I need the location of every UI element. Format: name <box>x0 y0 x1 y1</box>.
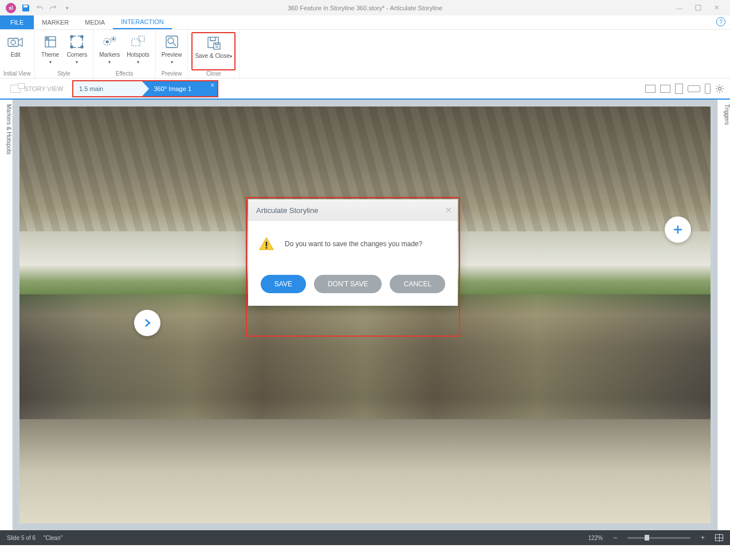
ribbon-tabs: FILE MARKER MEDIA INTERACTION ? <box>0 15 730 30</box>
svg-point-19 <box>719 87 721 90</box>
dropdown-caret-icon: ▾ <box>76 60 78 65</box>
tab-marker[interactable]: MARKER <box>34 15 77 29</box>
zoom-out-button[interactable]: − <box>611 534 619 542</box>
dialog-message: Do you want to save the changes you made… <box>285 240 422 248</box>
dialog-titlebar: Articulate Storyline ✕ <box>248 199 458 221</box>
ribbon-group-preview: Preview▾ Preview <box>156 30 189 78</box>
dropdown-caret-icon: ▾ <box>171 60 173 65</box>
svg-rect-21 <box>266 247 268 249</box>
ribbon-group-initial-view: Edit Initial View <box>0 30 35 78</box>
camera-icon <box>7 33 24 50</box>
canvas-360-image[interactable]: Articulate Storyline ✕ Do you want to sa… <box>19 107 711 523</box>
nav-arrow-marker[interactable] <box>134 310 160 336</box>
svg-rect-4 <box>46 38 48 39</box>
tab-file[interactable]: FILE <box>0 15 34 29</box>
svg-point-8 <box>81 46 83 48</box>
add-marker-button[interactable] <box>665 216 691 243</box>
breadcrumb-slide[interactable]: 1.5 main <box>73 81 142 96</box>
dropdown-caret-icon: ▾ <box>137 60 139 65</box>
save-changes-dialog: Articulate Storyline ✕ Do you want to sa… <box>248 199 458 306</box>
canvas-wrap: Articulate Storyline ✕ Do you want to sa… <box>13 100 717 530</box>
phone-landscape-icon[interactable] <box>688 85 700 92</box>
close-window-button[interactable]: ✕ <box>708 2 724 14</box>
dont-save-button[interactable]: DON'T SAVE <box>314 275 382 293</box>
ribbon-group-effects: Markers▾ Hotspots▾ Effects <box>93 30 156 78</box>
corners-button[interactable]: Corners▾ <box>65 32 90 70</box>
zoom-slider[interactable] <box>627 537 690 539</box>
desktop-icon[interactable] <box>645 85 656 93</box>
fit-to-window-button[interactable] <box>715 534 723 541</box>
svg-point-2 <box>11 40 15 45</box>
dropdown-caret-icon: ▾ <box>49 60 52 65</box>
window-title: 360 Feature in Storyline 360.story* - Ar… <box>288 5 442 11</box>
markers-button[interactable]: Markers▾ <box>97 32 122 70</box>
slide-indicator: Slide 5 of 6 <box>7 535 36 541</box>
qat-customize-icon[interactable]: ▾ <box>61 2 73 14</box>
svg-point-16 <box>168 38 174 44</box>
device-preview-controls <box>645 84 724 94</box>
svg-point-10 <box>106 41 108 43</box>
zoom-in-button[interactable]: + <box>698 534 707 542</box>
title-bar: sl ▾ 360 Feature in Storyline 360.story*… <box>0 0 730 15</box>
svg-rect-18 <box>214 43 220 49</box>
workspace: Markers & Hotspots Articulate Storyline … <box>0 100 730 530</box>
svg-point-12 <box>113 38 115 40</box>
save-icon[interactable] <box>19 2 32 14</box>
redo-icon[interactable] <box>47 2 60 14</box>
breadcrumb-bar: STORY VIEW 1.5 main 360° Image 1 ✕ <box>0 78 730 100</box>
breadcrumb-highlight: 1.5 main 360° Image 1 ✕ <box>72 80 218 97</box>
svg-point-5 <box>70 36 73 38</box>
preview-button[interactable]: Preview▾ <box>159 32 185 70</box>
svg-point-7 <box>70 46 73 48</box>
corners-icon <box>68 33 85 50</box>
hotspots-button[interactable]: Hotspots▾ <box>124 32 151 70</box>
tablet-landscape-icon[interactable] <box>660 85 670 93</box>
dialog-buttons: SAVE DON'T SAVE CANCEL <box>248 267 458 306</box>
ribbon: Edit Initial View Theme▾ Corners▾ Style <box>0 30 730 78</box>
tab-interaction[interactable]: INTERACTION <box>113 15 172 29</box>
help-icon[interactable]: ? <box>716 17 725 26</box>
app-logo-icon: sl <box>6 3 16 13</box>
warning-icon <box>258 236 274 252</box>
minimize-button[interactable]: — <box>672 2 688 14</box>
close-icon[interactable]: ✕ <box>210 82 215 88</box>
theme-button[interactable]: Theme▾ <box>38 32 62 70</box>
markers-icon <box>101 33 118 50</box>
svg-rect-0 <box>696 5 701 10</box>
zoom-percent: 122% <box>588 535 603 541</box>
undo-icon[interactable] <box>33 2 46 14</box>
markers-hotspots-panel-tab[interactable]: Markers & Hotspots <box>0 100 13 530</box>
story-view-button[interactable]: STORY VIEW <box>0 85 69 93</box>
phone-portrait-icon[interactable] <box>705 84 711 94</box>
preview-icon <box>163 33 180 50</box>
tab-media[interactable]: MEDIA <box>77 15 113 29</box>
dialog-close-icon[interactable]: ✕ <box>445 206 452 215</box>
theme-icon <box>42 33 59 50</box>
office-floor <box>19 419 711 523</box>
hotspots-icon <box>129 33 147 50</box>
save-button[interactable]: SAVE <box>261 275 306 293</box>
quick-access-toolbar: ▾ <box>19 2 73 14</box>
svg-rect-20 <box>266 242 268 246</box>
edit-button[interactable]: Edit <box>3 32 28 70</box>
save-and-close-button[interactable]: Save & Close▾ <box>191 32 236 70</box>
maximize-button[interactable] <box>690 2 706 14</box>
dialog-body: Do you want to save the changes you made… <box>248 221 458 267</box>
layout-name: "Clean" <box>44 535 62 541</box>
cancel-button[interactable]: CANCEL <box>390 275 445 293</box>
triggers-panel-tab[interactable]: Triggers <box>717 100 730 530</box>
save-close-icon <box>205 34 222 52</box>
dropdown-caret-icon: ▾ <box>230 54 232 59</box>
ribbon-group-close: Save & Close▾ Close <box>188 30 240 78</box>
status-bar: Slide 5 of 6 "Clean" 122% − + <box>0 530 730 545</box>
breadcrumb-360-image[interactable]: 360° Image 1 ✕ <box>142 81 217 96</box>
svg-point-6 <box>81 36 83 38</box>
ribbon-group-style: Theme▾ Corners▾ Style <box>35 30 94 78</box>
tablet-portrait-icon[interactable] <box>675 84 683 94</box>
dropdown-caret-icon: ▾ <box>108 60 111 65</box>
svg-rect-1 <box>8 38 18 46</box>
story-view-icon <box>10 85 21 93</box>
gear-icon[interactable] <box>715 84 724 93</box>
